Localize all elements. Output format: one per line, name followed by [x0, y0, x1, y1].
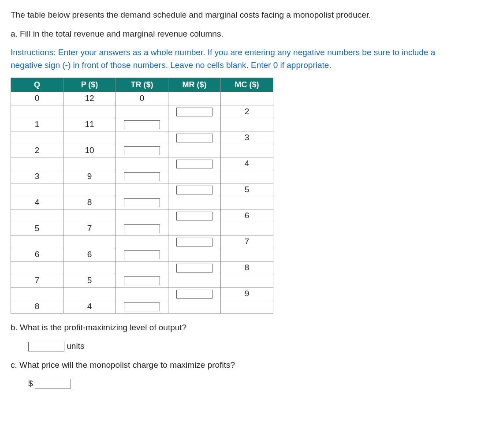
- tr-input[interactable]: [124, 302, 160, 311]
- instructions-body: : Enter your answers as a whole number. …: [11, 48, 435, 70]
- table-row: 4: [11, 157, 273, 170]
- table-row: 7 5: [11, 274, 273, 287]
- col-mc: MC ($): [221, 78, 273, 92]
- cell-mc: 7: [221, 235, 273, 248]
- tr-input[interactable]: [124, 172, 160, 181]
- cell-p: 11: [63, 118, 116, 131]
- table-row: 6 6: [11, 248, 273, 261]
- output-level-input[interactable]: [28, 342, 64, 351]
- cell-tr: [116, 118, 168, 131]
- cell-q: 5: [11, 222, 63, 235]
- tr-input[interactable]: [124, 250, 160, 259]
- tr-input[interactable]: [124, 146, 160, 155]
- cell-mc: 5: [221, 183, 273, 196]
- table-row: 4 8: [11, 196, 273, 209]
- table-row: 7: [11, 235, 273, 248]
- instructions-text: Instructions: Enter your answers as a wh…: [11, 46, 466, 71]
- intro-text: The table below presents the demand sche…: [11, 9, 466, 22]
- cell-p: 9: [63, 170, 116, 183]
- cell-mr: [168, 131, 221, 144]
- table-row: 2 10: [11, 144, 273, 157]
- cell-tr: [116, 144, 168, 157]
- col-tr: TR ($): [116, 78, 168, 92]
- cell-mc: 3: [221, 131, 273, 144]
- part-c-text: c. What price will the monopolist charge…: [11, 359, 466, 372]
- cell-tr: [116, 274, 168, 287]
- cell-p: 10: [63, 144, 116, 157]
- cell-tr: [116, 170, 168, 183]
- cell-p: 7: [63, 222, 116, 235]
- part-b-answer-row: units: [28, 340, 466, 353]
- cell-q: 2: [11, 144, 63, 157]
- cell-q: 3: [11, 170, 63, 183]
- tr-input[interactable]: [124, 224, 160, 233]
- mr-input[interactable]: [176, 290, 212, 299]
- cell-mc: 2: [221, 105, 273, 118]
- col-p: P ($): [63, 78, 116, 92]
- table-row: 8 4: [11, 300, 273, 314]
- tr-input[interactable]: [124, 120, 160, 129]
- cell-mc: 4: [221, 157, 273, 170]
- mr-input[interactable]: [176, 212, 212, 220]
- mr-input[interactable]: [176, 134, 212, 142]
- cell-mr: [168, 105, 221, 118]
- cell-q: 4: [11, 196, 63, 209]
- mr-input[interactable]: [176, 108, 212, 116]
- col-mr: MR ($): [168, 78, 221, 92]
- table-row: 3 9: [11, 170, 273, 183]
- cell-p: 4: [63, 300, 116, 314]
- cell-q: 1: [11, 118, 63, 131]
- cell-q: 0: [11, 92, 63, 105]
- cell-mr: [168, 209, 221, 222]
- table-row: 3: [11, 131, 273, 144]
- cell-mr: [168, 287, 221, 300]
- revenue-cost-table: Q P ($) TR ($) MR ($) MC ($) 0 12 0 2 1 …: [11, 78, 273, 314]
- mr-input[interactable]: [176, 238, 212, 246]
- cell-q: 6: [11, 248, 63, 261]
- header-row: Q P ($) TR ($) MR ($) MC ($): [11, 78, 273, 92]
- cell-mc: 9: [221, 287, 273, 300]
- cell-p: 5: [63, 274, 116, 287]
- mr-input[interactable]: [176, 264, 212, 273]
- instructions-label: Instructions: [11, 48, 53, 57]
- cell-tr: [116, 248, 168, 261]
- units-label: units: [67, 341, 84, 351]
- cell-p: 12: [63, 92, 116, 105]
- table-row: 1 11: [11, 118, 273, 131]
- cell-mr: [168, 261, 221, 274]
- part-a-text: a. Fill in the total revenue and margina…: [11, 28, 466, 41]
- mr-input[interactable]: [176, 160, 212, 168]
- cell-mr: [168, 183, 221, 196]
- tr-input[interactable]: [124, 276, 160, 285]
- col-q: Q: [11, 78, 63, 92]
- mr-input[interactable]: [176, 186, 212, 194]
- cell-mc: [221, 92, 273, 105]
- cell-q: 7: [11, 274, 63, 287]
- table-row: 8: [11, 261, 273, 274]
- cell-tr: 0: [116, 92, 168, 105]
- tr-input[interactable]: [124, 198, 160, 207]
- cell-mc: 8: [221, 261, 273, 274]
- part-b-text: b. What is the profit-maximizing level o…: [11, 321, 466, 334]
- table-row: 5 7: [11, 222, 273, 235]
- cell-mr: [168, 157, 221, 170]
- cell-mc: 6: [221, 209, 273, 222]
- cell-mr: [168, 235, 221, 248]
- cell-p: 6: [63, 248, 116, 261]
- cell-tr: [116, 196, 168, 209]
- table-row: 6: [11, 209, 273, 222]
- table-row: 2: [11, 105, 273, 118]
- price-input[interactable]: [35, 379, 71, 388]
- dollar-sign: $: [28, 377, 33, 390]
- part-c-answer-row: $: [28, 377, 466, 390]
- cell-tr: [116, 300, 168, 314]
- table-row: 0 12 0: [11, 92, 273, 105]
- table-row: 5: [11, 183, 273, 196]
- cell-tr: [116, 222, 168, 235]
- table-row: 9: [11, 287, 273, 300]
- cell-mr: [168, 92, 221, 105]
- cell-p: 8: [63, 196, 116, 209]
- cell-q: 8: [11, 300, 63, 314]
